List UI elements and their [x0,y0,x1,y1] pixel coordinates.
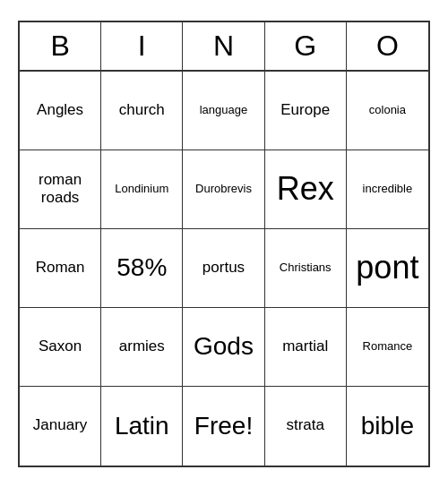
bingo-cell-24: bible [347,387,428,466]
header-letter-o: O [347,22,428,70]
bingo-cell-2: language [183,72,264,150]
bingo-cell-17: Gods [183,308,264,387]
bingo-cell-22: Free! [183,387,264,466]
header-letter-i: I [101,22,183,70]
bingo-cell-text-24: bible [361,411,414,441]
bingo-cell-8: Rex [265,150,347,229]
bingo-cell-text-7: Durobrevis [195,182,252,196]
bingo-cell-11: 58% [101,229,183,308]
bingo-cell-text-13: Christians [280,261,332,275]
bingo-cell-text-5: roman roads [39,171,82,208]
bingo-cell-10: Roman [20,229,101,308]
header-letter-g: G [265,22,347,70]
bingo-cell-text-15: Saxon [39,337,82,355]
bingo-cell-text-10: Roman [36,259,85,277]
bingo-cell-text-3: Europe [280,101,330,119]
bingo-cell-23: strata [265,387,347,466]
bingo-cell-text-22: Free! [194,411,253,441]
bingo-cell-14: pont [347,229,428,308]
header-letter-n: N [183,22,264,70]
bingo-cell-text-9: incredible [363,182,413,196]
bingo-card: BINGO AngleschurchlanguageEuropecoloniar… [18,21,430,467]
bingo-cell-15: Saxon [20,308,101,387]
bingo-header: BINGO [20,22,428,72]
bingo-cell-text-11: 58% [116,252,167,283]
bingo-cell-12: portus [183,229,264,308]
bingo-cell-text-21: Latin [115,411,169,441]
bingo-cell-text-16: armies [119,337,165,355]
bingo-cell-7: Durobrevis [183,150,264,229]
bingo-cell-13: Christians [265,229,347,308]
bingo-cell-20: January [20,387,101,466]
bingo-cell-4: colonia [347,72,428,150]
bingo-cell-21: Latin [101,387,183,466]
bingo-cell-text-0: Angles [37,101,83,119]
bingo-cell-9: incredible [347,150,428,229]
bingo-cell-text-4: colonia [369,103,406,117]
bingo-cell-text-19: Romance [363,339,413,354]
bingo-cell-text-8: Rex [277,169,334,208]
bingo-cell-3: Europe [265,72,347,150]
bingo-grid: AngleschurchlanguageEuropecoloniaroman r… [20,72,428,466]
bingo-cell-19: Romance [347,308,428,387]
bingo-cell-text-2: language [200,103,248,117]
bingo-cell-text-1: church [119,101,165,119]
header-letter-b: B [20,22,101,70]
bingo-cell-0: Angles [20,72,101,150]
bingo-cell-text-23: strata [286,416,324,434]
bingo-cell-text-6: Londinium [115,182,168,196]
bingo-cell-6: Londinium [101,150,183,229]
bingo-cell-5: roman roads [20,150,101,229]
bingo-cell-text-12: portus [202,259,245,277]
bingo-cell-16: armies [101,308,183,387]
bingo-cell-18: martial [265,308,347,387]
bingo-cell-text-18: martial [282,337,328,355]
bingo-cell-text-14: pont [356,248,418,286]
bingo-cell-1: church [101,72,183,150]
bingo-cell-text-20: January [33,416,87,434]
bingo-cell-text-17: Gods [194,331,254,362]
